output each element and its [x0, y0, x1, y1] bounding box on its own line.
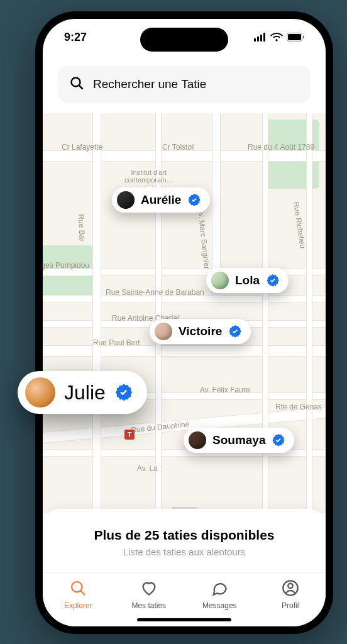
home-indicator[interactable]: [137, 618, 231, 621]
search-icon: [69, 579, 87, 599]
pin-name: Aurélie: [141, 193, 181, 207]
avatar: [155, 323, 172, 340]
verified-icon: [228, 325, 242, 338]
tab-label: Mes taties: [131, 601, 166, 610]
status-time: 9:27: [64, 31, 87, 44]
street-label: Rue du 4 Août 1789: [248, 143, 314, 152]
transit-badge: T: [124, 430, 135, 440]
heart-icon: [140, 579, 158, 599]
svg-rect-3: [263, 33, 265, 42]
user-icon: [282, 579, 299, 599]
tab-label: Explorer: [64, 601, 92, 610]
svg-line-8: [79, 86, 82, 89]
street-label: Av. Marc Sangnier: [196, 208, 211, 270]
svg-point-12: [288, 584, 292, 588]
street-label: Rue Paul Bert: [93, 338, 140, 347]
map-pin-victoire[interactable]: Victoire: [150, 319, 251, 344]
tab-profile[interactable]: Profil: [265, 579, 316, 610]
sheet-title: Plus de 25 taties disponibles: [55, 528, 313, 543]
pin-name: Julie: [64, 381, 106, 404]
pin-name: Lola: [235, 274, 260, 287]
street-label: Av. Félix Faure: [200, 386, 250, 394]
avatar: [25, 377, 55, 408]
pin-name: Victoire: [179, 325, 222, 338]
tab-explore[interactable]: Explorer: [53, 579, 103, 610]
svg-rect-2: [260, 35, 262, 42]
street-label: Cr Tolstoï: [162, 143, 194, 152]
tab-messages[interactable]: Messages: [194, 579, 245, 610]
verified-icon: [272, 433, 285, 447]
map-road: [212, 113, 220, 293]
search-bar[interactable]: [58, 65, 311, 103]
tab-bar: Explorer Mes taties Messages Profil: [43, 572, 326, 626]
street-label: Cr Lafayette: [62, 143, 102, 152]
avatar: [117, 191, 135, 209]
avatar: [189, 431, 206, 449]
svg-rect-5: [288, 34, 301, 40]
phone-frame: 9:27: [35, 11, 333, 634]
street-label: Rue Sainte-Anne de Baraban: [106, 288, 204, 297]
search-icon: [69, 75, 84, 93]
street-label: Rue Bar: [77, 214, 87, 242]
map-view[interactable]: Cr Lafayette Cr Tolstoï Rue du 4 Août 17…: [43, 113, 326, 513]
screen: 9:27: [43, 19, 326, 626]
svg-line-10: [81, 591, 85, 594]
street-label: Rte de Genas: [275, 402, 322, 411]
verified-icon: [114, 383, 133, 402]
map-road: [263, 113, 268, 513]
chat-icon: [211, 579, 228, 599]
street-label: Av. La: [137, 464, 158, 473]
map-pin-aurelie[interactable]: Aurélie: [112, 187, 210, 213]
verified-icon: [187, 193, 201, 207]
map-pin-soumaya[interactable]: Soumaya: [184, 428, 294, 453]
status-indicators: [254, 33, 304, 42]
map-road: [307, 113, 312, 513]
poi-label: Institut d'art contemporain…: [124, 169, 174, 184]
verified-icon: [266, 274, 280, 287]
pin-name: Soumaya: [212, 433, 265, 447]
tab-label: Profil: [282, 601, 299, 610]
tab-mytaties[interactable]: Mes taties: [124, 579, 174, 610]
svg-rect-1: [257, 36, 259, 42]
map-road: [43, 151, 326, 161]
tab-label: Messages: [202, 601, 237, 610]
avatar: [211, 272, 229, 289]
map-pin-lola[interactable]: Lola: [206, 268, 289, 293]
battery-icon: [287, 33, 304, 42]
sheet-subtitle: Liste des taties aux alentours: [55, 547, 313, 557]
search-input[interactable]: [93, 77, 299, 91]
map-road: [43, 346, 326, 356]
dynamic-island: [140, 28, 228, 52]
street-label: eorges Pompidou: [43, 261, 89, 270]
street-label: Rue Richelieu: [292, 201, 307, 249]
map-road: [93, 113, 101, 513]
bottom-sheet[interactable]: Plus de 25 taties disponibles Liste des …: [43, 509, 326, 572]
svg-rect-0: [254, 38, 256, 42]
cellular-icon: [254, 33, 267, 42]
wifi-icon: [270, 33, 283, 42]
featured-pin-julie[interactable]: Julie: [18, 371, 147, 414]
svg-rect-6: [303, 36, 304, 39]
